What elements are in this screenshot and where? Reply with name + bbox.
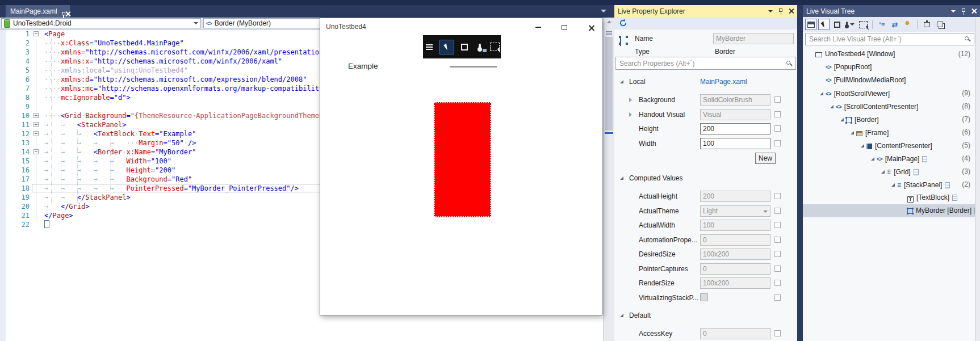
lvt-search-input[interactable]: Search Live Visual Tree (Alt+`) (805, 33, 974, 45)
editor-vertical-scrollbar[interactable] (603, 18, 614, 341)
expanded-icon[interactable] (818, 87, 826, 100)
property-marker-box[interactable] (774, 193, 781, 199)
property-marker-box[interactable] (774, 237, 781, 243)
dock-pane-icon[interactable] (805, 19, 816, 30)
pin-icon[interactable] (778, 8, 783, 15)
show-just-my-xaml-icon[interactable]: *≡ (876, 19, 887, 30)
pin-icon[interactable] (961, 8, 966, 15)
property-marker-box[interactable] (774, 266, 781, 272)
property-value-field[interactable]: 200 (700, 191, 770, 202)
enable-selection-icon[interactable] (439, 40, 454, 54)
name-field[interactable]: MyBorder (713, 33, 794, 44)
project-dropdown[interactable]: UnoTestbed4.Droid (1, 18, 201, 28)
red-border-element[interactable] (434, 102, 491, 217)
property-marker-box[interactable] (774, 294, 781, 301)
indent-guide (110, 138, 111, 195)
track-focused-element-icon[interactable] (490, 42, 500, 52)
tree-node-frame[interactable]: [Frame](6) (803, 126, 975, 139)
property-value-field[interactable]: Light (700, 205, 770, 217)
property-marker-box[interactable] (774, 111, 781, 117)
refresh-tree-icon[interactable]: ⇄ (889, 19, 901, 30)
expand-icon[interactable] (629, 112, 632, 117)
expanded-icon[interactable] (889, 178, 897, 191)
track-focused-element-icon[interactable] (857, 19, 869, 30)
property-value-field[interactable]: 100x200 (700, 277, 770, 289)
section-expanded-icon[interactable] (620, 176, 623, 180)
tree-node-grid[interactable]: ⠿[Grid](3) (803, 165, 975, 178)
property-value-field[interactable]: 100x200 (700, 249, 770, 260)
expanded-icon[interactable] (879, 165, 887, 178)
code-text: → → → → → Background="Red" (44, 175, 192, 184)
property-value-field[interactable]: 200 (700, 123, 770, 134)
minimize-button[interactable] (533, 23, 544, 32)
lpe-search-input[interactable]: Search Properties (Alt+`) (615, 57, 796, 70)
tree-node-popuproot[interactable]: <>[PopupRoot] (803, 61, 975, 74)
property-section-default[interactable]: Default (614, 309, 797, 323)
child-count: (5) (962, 139, 970, 152)
source-file-link[interactable]: MainPage.xaml (700, 78, 747, 86)
window-position-icon[interactable] (768, 10, 773, 12)
lvt-header[interactable]: Live Visual Tree (803, 5, 980, 17)
property-marker-box[interactable] (774, 251, 781, 257)
section-expanded-icon[interactable] (620, 80, 623, 83)
expanded-icon[interactable] (848, 126, 856, 139)
window-position-icon[interactable] (951, 10, 956, 12)
property-marker-box[interactable] (774, 222, 781, 228)
tab-list-dropdown-icon[interactable] (601, 10, 606, 12)
refresh-icon[interactable] (619, 19, 627, 27)
tree-node-stackpanel[interactable]: ≡[StackPanel](2) (803, 178, 975, 191)
section-expanded-icon[interactable] (620, 314, 623, 317)
close-icon[interactable] (789, 9, 794, 14)
scroll-up-icon[interactable] (607, 20, 612, 23)
property-value-field[interactable]: 0 (700, 234, 770, 246)
scrollbar-thumb[interactable] (605, 37, 613, 130)
expanded-icon[interactable] (828, 100, 836, 113)
property-value-field[interactable]: 0 (700, 328, 770, 339)
expanded-icon[interactable] (858, 139, 866, 152)
property-value-field[interactable]: 100 (700, 138, 770, 149)
property-marker-box[interactable] (774, 208, 781, 214)
close-icon[interactable] (971, 9, 977, 14)
property-section-local[interactable]: LocalMainPage.xaml (614, 75, 797, 90)
lvt-scrollbar[interactable] (975, 17, 980, 341)
collapse-window-icon[interactable] (934, 19, 945, 30)
new-button[interactable]: New (755, 153, 776, 164)
expanded-icon[interactable] (869, 152, 877, 165)
display-layout-adorners-icon[interactable] (831, 19, 843, 30)
property-value-field[interactable]: Visual (700, 109, 770, 120)
tree-node-myborder-border[interactable]: MyBorder [Border] (803, 204, 975, 217)
property-marker-box[interactable] (774, 140, 781, 146)
expand-icon[interactable] (629, 98, 632, 102)
property-value-field[interactable]: 0 (700, 263, 770, 275)
tab-mainpage-xaml[interactable]: MainPage.xaml (6, 5, 70, 18)
tree-node-scrollcontentpresenter[interactable]: <>[ScrollContentPresenter](8) (803, 100, 975, 113)
property-marker-box[interactable] (774, 330, 781, 336)
tree-node-fullwindowmediaroot[interactable]: <>[FullWindowMediaRoot] (803, 74, 975, 87)
maximize-button[interactable] (559, 23, 570, 32)
close-button[interactable] (585, 23, 597, 32)
lpe-header[interactable]: Live Property Explorer (614, 5, 797, 17)
settings-wrench-icon[interactable] (902, 19, 914, 30)
tree-node-contentpresenter[interactable]: [ContentPresenter](5) (803, 139, 975, 152)
toolbar-grip-handle[interactable] (450, 66, 497, 68)
enable-selection-icon[interactable] (818, 19, 830, 30)
go-to-live-visual-tree-icon[interactable] (424, 42, 434, 52)
property-value-field[interactable]: 100 (700, 220, 770, 231)
fold-collapse-icon[interactable] (33, 31, 39, 36)
property-marker-box[interactable] (774, 125, 781, 132)
property-value-field[interactable]: SolidColorBrush (700, 94, 770, 106)
property-marker-box[interactable] (774, 280, 781, 286)
tree-node-textblock[interactable]: T[TextBlock] (803, 191, 975, 204)
tree-node-border[interactable]: [Border](7) (803, 113, 975, 126)
theme-switcher-icon[interactable] (475, 42, 485, 52)
tree-node-rootscrollviewer[interactable]: <>[RootScrollViewer](9) (803, 87, 975, 100)
tree-node-mainpage[interactable]: <>[MainPage](4) (803, 152, 975, 165)
property-marker-box[interactable] (774, 96, 781, 103)
tree-node-unotestbed4-window[interactable]: UnoTestbed4 [Window](12) (803, 48, 975, 61)
expand-window-icon[interactable] (921, 19, 932, 30)
theme-switcher-icon[interactable] (844, 19, 856, 30)
property-section-computed-values[interactable]: Computed Values (614, 171, 797, 186)
display-layout-adorners-icon[interactable] (459, 42, 470, 52)
expanded-icon[interactable] (838, 113, 846, 126)
property-checkbox[interactable] (700, 293, 708, 301)
